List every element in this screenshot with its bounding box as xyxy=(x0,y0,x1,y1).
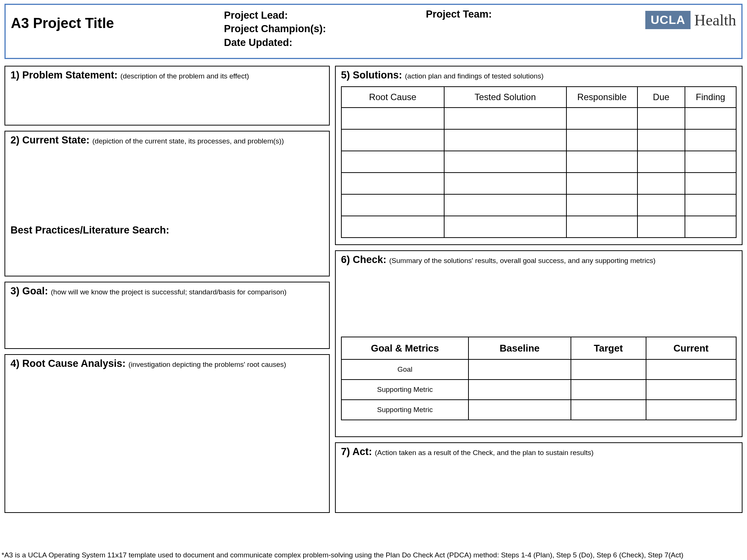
project-champion-label: Project Champion(s): xyxy=(224,22,418,35)
section-title: 2) Current State: xyxy=(10,134,92,146)
section-title: 6) Check: xyxy=(341,254,389,265)
col-baseline: Baseline xyxy=(468,337,571,359)
table-row: Supporting Metric xyxy=(341,400,736,420)
body-grid: 1) Problem Statement: (description of th… xyxy=(4,66,743,513)
col-goal-metrics: Goal & Metrics xyxy=(341,337,468,359)
col-due: Due xyxy=(637,87,685,108)
section-title: 4) Root Cause Analysis: xyxy=(10,358,129,369)
section-hint: (description of the problem and its effe… xyxy=(120,72,249,80)
section-title: 7) Act: xyxy=(341,446,375,457)
row-label: Supporting Metric xyxy=(341,400,468,420)
row-label: Supporting Metric xyxy=(341,380,468,400)
project-team-label: Project Team: xyxy=(418,9,620,20)
section-solutions: 5) Solutions: (action plan and findings … xyxy=(335,66,743,245)
table-row: Supporting Metric xyxy=(341,380,736,400)
right-column: 5) Solutions: (action plan and findings … xyxy=(335,66,743,513)
section-current-state: 2) Current State: (depiction of the curr… xyxy=(4,131,330,276)
footnote: *A3 is a UCLA Operating System 11x17 tem… xyxy=(1,551,683,559)
table-row xyxy=(341,129,736,151)
project-title: A3 Project Title xyxy=(11,9,224,31)
section-hint: (investigation depicting the problems' r… xyxy=(129,361,286,368)
best-practices-subtitle: Best Practices/Literature Search: xyxy=(10,225,324,236)
solutions-header-row: Root Cause Tested Solution Responsible D… xyxy=(341,87,736,108)
section-hint: (Action taken as a result of the Check, … xyxy=(375,449,594,457)
section-hint: (depiction of the current state, its pro… xyxy=(92,137,284,145)
section-hint: (action plan and findings of tested solu… xyxy=(405,72,544,80)
section-check: 6) Check: (Summary of the solutions' res… xyxy=(335,250,743,437)
col-current: Current xyxy=(646,337,736,359)
col-tested-solution: Tested Solution xyxy=(444,87,566,108)
logo-mark: UCLA xyxy=(645,11,691,29)
table-row: Goal xyxy=(341,359,736,380)
solutions-body xyxy=(341,108,736,238)
section-act: 7) Act: (Action taken as a result of the… xyxy=(335,442,743,513)
section-goal: 3) Goal: (how will we know the project i… xyxy=(4,282,330,349)
check-body: Goal Supporting Metric Supporting Metric xyxy=(341,359,736,420)
section-title: 3) Goal: xyxy=(10,285,51,297)
table-row xyxy=(341,151,736,173)
org-logo: UCLA Health xyxy=(620,9,736,29)
section-title: 5) Solutions: xyxy=(341,69,405,81)
section-root-cause: 4) Root Cause Analysis: (investigation d… xyxy=(4,354,330,513)
header-box: A3 Project Title Project Lead: Project C… xyxy=(4,4,743,59)
section-hint: (Summary of the solutions' results, over… xyxy=(389,257,655,264)
section-problem-statement: 1) Problem Statement: (description of th… xyxy=(4,66,330,126)
solutions-table: Root Cause Tested Solution Responsible D… xyxy=(341,86,737,238)
table-row xyxy=(341,216,736,238)
col-responsible: Responsible xyxy=(566,87,637,108)
date-updated-label: Date Updated: xyxy=(224,36,418,49)
header-meta: Project Lead: Project Champion(s): Date … xyxy=(224,9,418,49)
table-row xyxy=(341,108,736,129)
table-row xyxy=(341,173,736,194)
row-label: Goal xyxy=(341,359,468,380)
col-target: Target xyxy=(571,337,646,359)
table-row xyxy=(341,194,736,216)
check-header-row: Goal & Metrics Baseline Target Current xyxy=(341,337,736,359)
project-lead-label: Project Lead: xyxy=(224,9,418,22)
check-table: Goal & Metrics Baseline Target Current G… xyxy=(341,337,737,420)
col-finding: Finding xyxy=(685,87,736,108)
section-hint: (how will we know the project is success… xyxy=(51,288,286,296)
a3-template-page: A3 Project Title Project Lead: Project C… xyxy=(0,0,747,560)
section-title: 1) Problem Statement: xyxy=(10,69,120,81)
col-root-cause: Root Cause xyxy=(341,87,444,108)
logo-text: Health xyxy=(694,11,736,29)
left-column: 1) Problem Statement: (description of th… xyxy=(4,66,330,513)
